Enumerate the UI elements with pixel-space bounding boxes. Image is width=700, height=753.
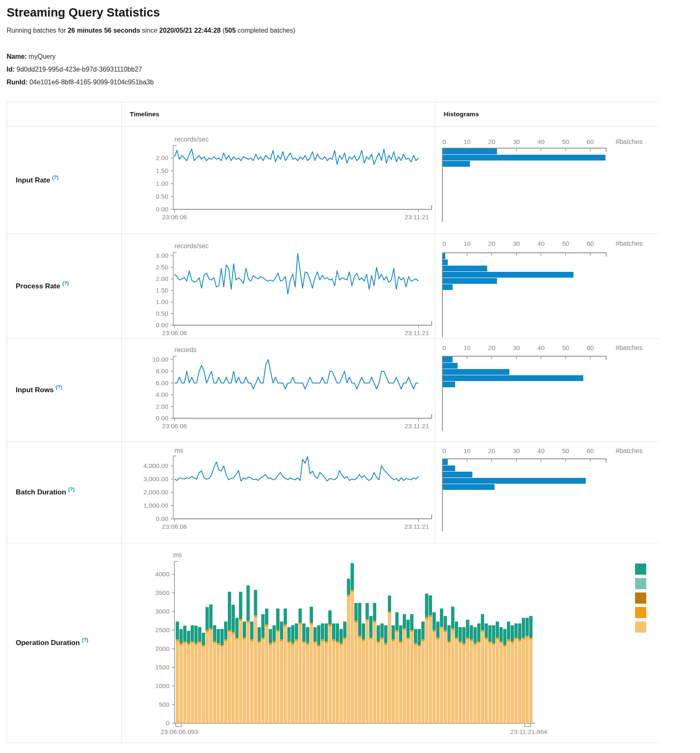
svg-text:4,000.00: 4,000.00 [143,462,169,469]
svg-text:23:11:21.864: 23:11:21.864 [510,728,547,735]
page-title: Streaming Query Statistics [7,6,700,19]
stacked-chart-svg: ms0500100015002000250030003500400023:06:… [122,543,658,743]
query-runid-value: 04e101e6-8bf8-4165-9099-9104c951ba3b [29,79,154,86]
svg-text:10.00: 10.00 [152,356,168,363]
svg-text:1500: 1500 [155,664,170,671]
svg-text:30: 30 [513,240,520,247]
svg-text:20: 20 [488,138,496,145]
legend-swatch[interactable] [635,621,646,633]
batch-duration-timeline-chart: ms0.001,000.002,000.003,000.004,000.0023… [121,441,435,543]
operation-duration-label: Operation Duration [16,639,80,647]
query-runid-label: RunId: [7,79,28,86]
svg-text:30: 30 [513,138,520,145]
batch-duration-histogram: 0102030405060#batches [435,441,658,543]
svg-text:1000: 1000 [155,682,170,689]
running-prefix: Running batches for [7,27,66,34]
header-timelines-cell: Timelines [121,102,435,126]
statistics-table: Timelines Histograms Input Rate(?) recor… [7,102,658,743]
svg-text:23:06:06: 23:06:06 [162,422,187,429]
svg-text:10: 10 [463,344,471,351]
svg-text:50: 50 [562,240,569,247]
svg-text:0.50: 0.50 [156,310,169,317]
process-rate-histogram: 0102030405060#batches [435,234,658,338]
timeline-svg: ms0.001,000.002,000.003,000.004,000.0023… [122,442,435,543]
svg-text:23:06:06: 23:06:06 [162,213,187,221]
input-rows-histogram: 0102030405060#batches [435,338,658,441]
input-rate-timeline-chart: records/sec0.000.501.001.502.0023:06:062… [121,126,435,234]
operation-duration-chart: ms0500100015002000250030003500400023:06:… [121,543,658,743]
query-name-value: myQuery [29,53,55,60]
row-label-operation-duration: Operation Duration(?) [7,543,121,743]
legend-swatch[interactable] [635,564,646,575]
svg-text:50: 50 [562,447,569,454]
svg-text:40: 40 [538,447,545,454]
timeline-svg: records/sec0.000.501.001.502.0023:06:062… [122,127,435,234]
svg-text:3000: 3000 [155,608,170,615]
histogram-svg: 0102030405060#batches [435,234,658,338]
svg-text:0.00: 0.00 [156,415,169,422]
svg-text:3500: 3500 [155,589,170,596]
histogram-svg: 0102030405060#batches [435,127,658,226]
svg-text:0: 0 [442,240,446,247]
svg-text:4.00: 4.00 [156,391,169,398]
svg-text:1.50: 1.50 [156,287,169,294]
query-id-value: 9d0dd219-995d-423e-b97d-36931110bb27 [17,66,142,73]
svg-text:23:06:06.093: 23:06:06.093 [161,728,198,735]
legend-swatch[interactable] [635,607,646,618]
svg-text:23:11:21: 23:11:21 [404,422,429,429]
operation-duration-help-icon[interactable]: (?) [82,637,88,643]
svg-text:40: 40 [538,138,545,145]
input-rows-help-icon[interactable]: (?) [56,384,62,390]
svg-text:ms: ms [174,447,183,454]
svg-text:3.00: 3.00 [156,252,169,259]
running-summary: Running batches for 26 minutes 56 second… [7,27,700,34]
svg-text:0.00: 0.00 [156,206,169,213]
svg-text:8.00: 8.00 [156,367,169,374]
query-meta: Name: myQuery Id: 9d0dd219-995d-423e-b97… [7,50,700,89]
completed-count: 505 [225,27,236,34]
svg-text:0: 0 [442,138,446,145]
query-id-row: Id: 9d0dd219-995d-423e-b97d-36931110bb27 [7,63,700,76]
timelines-header: Timelines [122,110,159,118]
batch-duration-label: Batch Duration [16,488,66,496]
svg-text:0: 0 [166,719,170,727]
svg-text:23:11:21: 23:11:21 [404,329,429,336]
svg-text:20: 20 [488,447,496,454]
input-rate-label: Input Rate [16,176,50,185]
row-label-process-rate: Process Rate(?) [7,234,121,338]
row-label-input-rows: Input Rows(?) [7,338,121,441]
input-rate-histogram: 0102030405060#batches [435,126,658,234]
svg-text:2.00: 2.00 [156,275,169,282]
svg-text:0: 0 [442,447,446,454]
running-duration: 26 minutes 56 seconds [68,27,140,34]
svg-text:20: 20 [488,240,496,247]
legend-swatch[interactable] [635,592,646,604]
svg-text:1,000.00: 1,000.00 [143,502,169,509]
svg-text:1.00: 1.00 [156,298,169,305]
svg-text:50: 50 [562,138,569,145]
svg-text:#batches: #batches [616,344,643,351]
svg-text:60: 60 [587,240,594,247]
batch-duration-help-icon[interactable]: (?) [68,487,74,492]
svg-text:60: 60 [587,344,594,351]
svg-text:#batches: #batches [616,240,643,247]
input-rate-help-icon[interactable]: (?) [52,175,58,180]
svg-text:#batches: #batches [616,138,643,145]
input-rows-timeline-chart: records0.002.004.006.008.0010.0023:06:06… [121,338,435,441]
completed-suffix: completed batches) [236,27,295,34]
svg-text:0: 0 [442,344,446,351]
svg-text:10: 10 [463,447,471,454]
svg-text:30: 30 [513,344,520,351]
svg-text:40: 40 [538,240,545,247]
start-time: 2020/05/21 22:44:28 [159,27,221,34]
svg-text:3,000.00: 3,000.00 [143,475,169,482]
svg-text:0.00: 0.00 [156,321,169,329]
svg-text:6.00: 6.00 [156,379,169,386]
svg-text:500: 500 [159,701,170,708]
query-name-row: Name: myQuery [7,50,700,63]
svg-text:4000: 4000 [155,571,170,578]
process-rate-help-icon[interactable]: (?) [62,281,69,286]
row-label-input-rate: Input Rate(?) [7,126,121,234]
legend-swatch[interactable] [635,578,646,589]
svg-text:2500: 2500 [155,626,170,633]
